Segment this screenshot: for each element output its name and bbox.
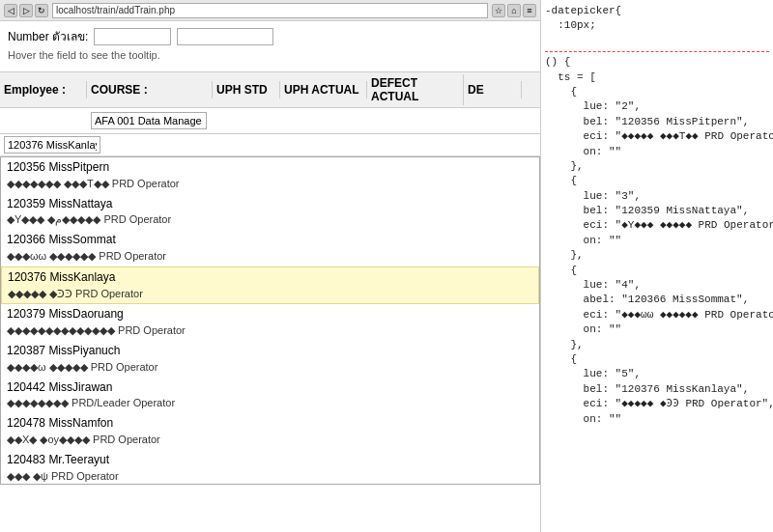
- menu-icon[interactable]: ≡: [523, 4, 536, 17]
- code-line: lue: "2",: [545, 99, 769, 114]
- refresh-icon[interactable]: ↻: [35, 4, 48, 17]
- code-line: eci: "◆Y◆◆◆ ◆◆◆◆◆ PRD Operator",: [545, 218, 769, 233]
- employee-search-input[interactable]: [4, 136, 100, 154]
- search-row: [0, 134, 540, 156]
- code-line: {: [545, 264, 769, 278]
- code-line: -datepicker{: [545, 4, 769, 18]
- th-defect-actual: DEFECT ACTUAL: [367, 74, 464, 105]
- back-icon[interactable]: ◁: [4, 4, 17, 17]
- th-uph-actual: UPH ACTUAL: [280, 81, 367, 98]
- th-employee: Employee :: [0, 81, 87, 98]
- code-line: {: [545, 85, 769, 99]
- code-separator: [545, 51, 769, 52]
- table-header: Employee : COURSE : UPH STD UPH ACTUAL D…: [0, 71, 540, 108]
- code-line: () {: [545, 55, 769, 70]
- th-de: DE: [464, 81, 522, 98]
- code-line: },: [545, 338, 769, 352]
- browser-right-icons: ☆ ⌂ ≡: [492, 4, 536, 17]
- home-icon[interactable]: ⌂: [507, 4, 521, 17]
- code-line: },: [545, 159, 769, 174]
- code-line: on: "": [545, 145, 769, 159]
- code-line: on: "": [545, 412, 769, 427]
- list-item[interactable]: 120478 MissNamfon◆◆X◆ ◆oy◆◆◆◆ PRD Operat…: [1, 413, 539, 450]
- code-line: eci: "◆◆◆◆◆ ◆ϿϿ PRD Operator",: [545, 397, 769, 411]
- code-line: },: [545, 248, 769, 263]
- list-item[interactable]: 120379 MissDaoruang◆◆◆◆◆◆◆◆◆◆◆◆◆◆ PRD Op…: [1, 304, 539, 341]
- code-line: bel: "120376 MissKanlaya",: [545, 382, 769, 397]
- code-line: lue: "4",: [545, 278, 769, 293]
- code-line: bel: "120359 MissNattaya",: [545, 204, 769, 218]
- code-line: :10px;: [545, 18, 769, 33]
- list-item[interactable]: 120483 Mr.Teerayut◆◆◆ ◆ψ PRD Operator: [1, 450, 539, 485]
- code-line: [545, 34, 769, 48]
- code-line: lue: "5",: [545, 367, 769, 381]
- code-line: on: "": [545, 322, 769, 337]
- code-line: eci: "◆◆◆ωω ◆◆◆◆◆◆ PRD Operator",: [545, 308, 769, 322]
- list-item[interactable]: 120366 MissSommat◆◆◆ωω ◆◆◆◆◆◆ PRD Operat…: [1, 230, 539, 266]
- course-input[interactable]: [91, 112, 207, 129]
- list-item[interactable]: 120387 MissPiyanuch◆◆◆◆ω ◆◆◆◆◆ PRD Opera…: [1, 341, 539, 378]
- code-line: {: [545, 352, 769, 367]
- list-item[interactable]: 120356 MissPitpern◆◆◆◆◆◆◆ ◆◆◆T◆◆ PRD Ope…: [1, 157, 539, 194]
- address-bar[interactable]: localhost/train/addTrain.php: [52, 3, 488, 18]
- code-line: abel: "120366 MissSommat",: [545, 293, 769, 307]
- sh-employee-cell: [0, 119, 87, 123]
- forward-icon[interactable]: ▷: [19, 4, 33, 17]
- th-course: COURSE :: [87, 81, 213, 98]
- code-line: lue: "3",: [545, 189, 769, 204]
- tooltip-hint: Hover the field to see the tooltip.: [8, 49, 532, 61]
- number-input2[interactable]: [177, 28, 273, 45]
- code-line: eci: "◆◆◆◆◆ ◆◆◆T◆◆ PRD Operator",: [545, 129, 769, 144]
- code-line: on: "": [545, 234, 769, 248]
- code-line: ts = [: [545, 70, 769, 85]
- form-area: Number ตัวเลข: Hover the field to see th…: [0, 21, 540, 71]
- star-icon[interactable]: ☆: [492, 4, 505, 17]
- number-row: Number ตัวเลข:: [8, 27, 532, 45]
- browser-nav-icons: ◁ ▷ ↻: [4, 4, 48, 17]
- code-editor: -datepicker{ :10px; () { ts = [ { lue: "…: [541, 0, 773, 532]
- number-label: Number ตัวเลข:: [8, 27, 88, 45]
- code-line: {: [545, 174, 769, 188]
- th-uph-std: UPH STD: [213, 81, 280, 98]
- sub-header: [0, 108, 540, 134]
- sh-course-cell: [87, 110, 213, 131]
- list-item[interactable]: 120442 MissJirawan◆◆◆◆◆◆◆◆ PRD/Leader Op…: [1, 378, 539, 414]
- browser-bar: ◁ ▷ ↻ localhost/train/addTrain.php ☆ ⌂ ≡: [0, 0, 540, 21]
- code-line: bel: "120356 MissPitpern",: [545, 115, 769, 129]
- number-input[interactable]: [94, 28, 171, 45]
- list-item[interactable]: 120359 MissNattaya◆Y◆◆◆ ◆م◆◆◆◆◆ PRD Oper…: [1, 194, 539, 231]
- employee-dropdown[interactable]: 120356 MissPitpern◆◆◆◆◆◆◆ ◆◆◆T◆◆ PRD Ope…: [0, 156, 540, 485]
- url-text: localhost/train/addTrain.php: [56, 5, 175, 15]
- list-item[interactable]: 120376 MissKanlaya◆◆◆◆◆ ◆ϿϿ PRD Operator: [1, 266, 539, 305]
